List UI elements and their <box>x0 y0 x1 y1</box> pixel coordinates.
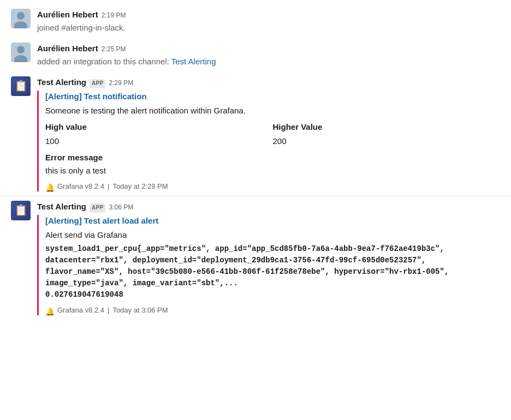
message-group-2: Aurélien Hebert 2:25 PM added an integra… <box>0 38 511 72</box>
footer-time-4: Today at 3:06 PM <box>112 305 168 315</box>
alert-body-4: Alert send via Grafana <box>45 229 500 241</box>
alert-code-4: system_load1_per_cpu{_app="metrics", app… <box>45 243 500 301</box>
message-header-2: Aurélien Hebert 2:25 PM <box>37 43 500 55</box>
metric-value-higher: 200 <box>273 135 501 147</box>
message-content-3: Test Alerting APP 2:29 PM [Alerting] Tes… <box>37 76 500 191</box>
system-text-2: added an integration to this channel: Te… <box>37 56 500 68</box>
chat-container: Aurélien Hebert 2:19 PM joined #alerting… <box>0 0 511 420</box>
metric-value-high: 100 <box>45 135 273 147</box>
svg-point-4 <box>17 46 25 53</box>
message-content-2: Aurélien Hebert 2:25 PM added an integra… <box>37 43 500 68</box>
sender-name-3: Test Alerting <box>37 76 86 88</box>
message-header-1: Aurélien Hebert 2:19 PM <box>37 9 500 21</box>
alert-card-3: [Alerting] Test notification Someone is … <box>37 91 500 191</box>
alert-title-3[interactable]: [Alerting] Test notification <box>45 91 500 103</box>
timestamp-1: 2:19 PM <box>102 11 126 21</box>
timestamp-4: 3:06 PM <box>109 203 133 213</box>
footer-time-3: Today at 2:29 PM <box>112 181 168 191</box>
card-footer-4: 🔔 Grafana v8.2.4 | Today at 3:06 PM <box>45 305 500 315</box>
alert-description-3: Someone is testing the alert notificatio… <box>45 105 500 117</box>
error-section-3: Error message this is only a test <box>45 152 500 177</box>
app-icon-4: 📋 <box>11 201 31 220</box>
card-footer-3: 🔔 Grafana v8.2.4 | Today at 2:29 PM <box>45 181 500 191</box>
footer-separator-4: | <box>108 305 109 315</box>
timestamp-2: 2:25 PM <box>102 45 126 55</box>
sender-name-1: Aurélien Hebert <box>37 9 98 21</box>
footer-app-3: Grafana v8.2.4 <box>57 181 104 191</box>
test-alerting-link[interactable]: Test Alerting <box>171 57 216 66</box>
message-group-1: Aurélien Hebert 2:19 PM joined #alerting… <box>0 4 511 38</box>
message-header-3: Test Alerting APP 2:29 PM <box>37 76 500 88</box>
app-badge-3: APP <box>90 79 105 88</box>
message-group-3: 📋 Test Alerting APP 2:29 PM [Alerting] T… <box>0 72 511 196</box>
error-label-3: Error message <box>45 152 500 164</box>
alert-card-4: [Alerting] Test alert load alert Alert s… <box>37 215 500 315</box>
avatar-aurelie-1 <box>11 9 31 28</box>
error-value-3: this is only a test <box>45 166 106 175</box>
avatar-aurelie-2 <box>11 43 31 62</box>
sender-name-2: Aurélien Hebert <box>37 43 98 55</box>
message-header-4: Test Alerting APP 3:06 PM <box>37 201 500 213</box>
timestamp-3: 2:29 PM <box>109 79 133 88</box>
footer-separator-3: | <box>108 181 109 191</box>
alert-title-4[interactable]: [Alerting] Test alert load alert <box>45 215 500 227</box>
svg-point-1 <box>17 12 25 20</box>
grafana-icon-4: 🔔 <box>45 306 54 315</box>
sender-name-4: Test Alerting <box>37 201 86 213</box>
footer-app-4: Grafana v8.2.4 <box>57 305 104 315</box>
grafana-icon-3: 🔔 <box>45 182 54 191</box>
message-content-4: Test Alerting APP 3:06 PM [Alerting] Tes… <box>37 201 500 315</box>
metrics-grid-3: High value Higher Value 100 200 <box>45 121 500 147</box>
app-badge-4: APP <box>90 203 105 213</box>
metric-label-high: High value <box>45 121 273 133</box>
system-text-1: joined #alerting-in-slack. <box>37 22 500 34</box>
message-group-4: 📋 Test Alerting APP 3:06 PM [Alerting] T… <box>0 196 511 320</box>
message-content-1: Aurélien Hebert 2:19 PM joined #alerting… <box>37 9 500 34</box>
app-icon-3: 📋 <box>11 76 31 96</box>
metric-label-higher: Higher Value <box>273 121 501 133</box>
